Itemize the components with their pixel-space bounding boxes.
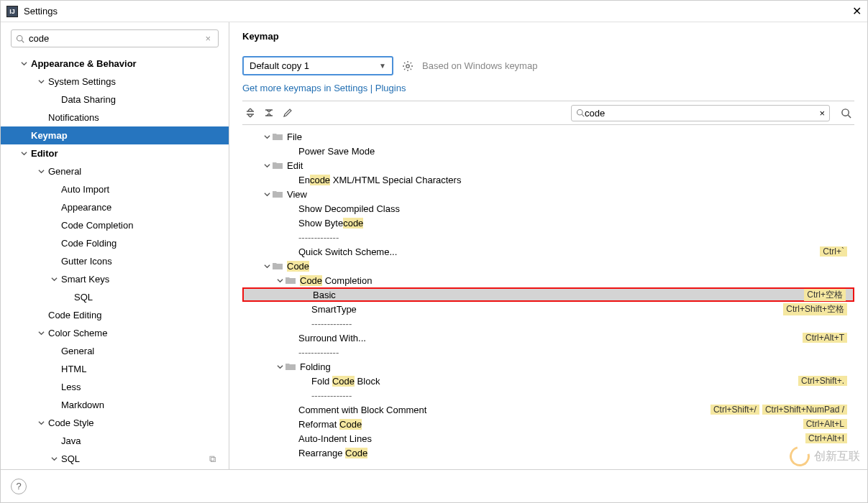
folder-icon	[273, 162, 283, 170]
folder-label: Edit	[287, 160, 847, 171]
expand-all-icon[interactable]	[242, 105, 258, 121]
sidebar-item-general[interactable]: General	[1, 342, 229, 360]
sidebar-search-input[interactable]	[29, 33, 202, 44]
action-item[interactable]: Fold Code BlockCtrl+Shift+.	[242, 374, 854, 388]
actions-search-input[interactable]	[585, 108, 819, 119]
modified-icon: ⧉	[209, 453, 216, 465]
action-item[interactable]: Rearrange Code	[242, 446, 854, 460]
chevron-icon	[38, 330, 48, 336]
window-title: Settings	[24, 6, 852, 17]
action-item[interactable]: BasicCtrl+空格	[242, 287, 854, 302]
action-folder-edit[interactable]: Edit	[242, 158, 854, 172]
action-item[interactable]: Reformat CodeCtrl+Alt+L	[242, 417, 854, 431]
actions-tree[interactable]: FilePower Save ModeEditEncode XML/HTML S…	[242, 125, 854, 469]
sidebar-item-notifications[interactable]: Notifications	[1, 109, 229, 126]
sidebar-item-code-editing[interactable]: Code Editing	[1, 306, 229, 324]
profile-value: Default copy 1	[250, 60, 309, 71]
sidebar-item-html[interactable]: HTML	[1, 360, 229, 378]
chevron-icon	[38, 78, 48, 85]
sidebar-item-smart-keys[interactable]: Smart Keys	[1, 270, 229, 288]
clear-icon[interactable]: ×	[202, 33, 214, 44]
sidebar-item-label: General	[48, 166, 81, 177]
sidebar-item-label: Smart Keys	[61, 274, 109, 285]
sidebar: × Appearance & BehaviorSystem SettingsDa…	[1, 22, 229, 469]
svg-line-1	[22, 40, 24, 42]
shortcut-badge: Ctrl+Alt+T	[803, 333, 847, 343]
action-label: Power Save Mode	[298, 146, 847, 157]
sidebar-item-keymap[interactable]: Keymap	[1, 126, 229, 144]
svg-point-2	[406, 64, 409, 67]
sidebar-item-label: SQL	[61, 453, 80, 464]
sidebar-item-code-style[interactable]: Code Style	[1, 414, 229, 432]
action-label: Auto-Indent Lines	[298, 433, 803, 444]
sidebar-item-appearance[interactable]: Appearance	[1, 198, 229, 216]
sidebar-item-appearance-behavior[interactable]: Appearance & Behavior	[1, 55, 229, 73]
chevron-down-icon	[277, 364, 285, 370]
sidebar-item-sql[interactable]: SQL	[1, 288, 229, 306]
sidebar-item-label: Keymap	[31, 130, 68, 141]
action-item[interactable]: Surround With...Ctrl+Alt+T	[242, 331, 854, 345]
link-settings[interactable]: Get more keymaps in Settings	[242, 83, 367, 93]
action-label: Fold Code Block	[311, 376, 795, 387]
sidebar-item-data-sharing[interactable]: Data Sharing	[1, 91, 229, 109]
chevron-down-icon	[264, 134, 273, 140]
sidebar-item-markdown[interactable]: Markdown	[1, 396, 229, 414]
actions-separator: -------------	[242, 388, 854, 402]
search-icon	[576, 109, 585, 117]
settings-tree[interactable]: Appearance & BehaviorSystem SettingsData…	[1, 55, 229, 469]
sidebar-item-label: System Settings	[48, 76, 116, 87]
sidebar-item-color-scheme[interactable]: Color Scheme	[1, 324, 229, 342]
action-folder-view[interactable]: View	[242, 187, 854, 201]
sidebar-item-general[interactable]: General	[1, 162, 229, 180]
sidebar-item-auto-import[interactable]: Auto Import	[1, 180, 229, 198]
action-label: Surround With...	[298, 333, 800, 343]
folder-label: View	[287, 189, 847, 200]
chevron-down-icon	[277, 277, 285, 284]
folder-icon	[273, 133, 283, 141]
action-item[interactable]: Show Decompiled Class	[242, 201, 854, 216]
sidebar-item-code-folding[interactable]: Code Folding	[1, 234, 229, 252]
action-folder-folding[interactable]: Folding	[242, 359, 854, 374]
keymap-profile-select[interactable]: Default copy 1 ▼	[242, 56, 393, 75]
action-folder-code[interactable]: Code Completion	[242, 273, 854, 287]
close-icon[interactable]: ✕	[852, 4, 862, 18]
find-shortcut-icon[interactable]	[837, 104, 854, 121]
actions-separator: -------------	[242, 316, 854, 331]
shortcut-badge: Ctrl+Alt+I	[805, 433, 847, 443]
sidebar-item-less[interactable]: Less	[1, 378, 229, 396]
sidebar-item-code-completion[interactable]: Code Completion	[1, 216, 229, 234]
sidebar-item-editor[interactable]: Editor	[1, 144, 229, 162]
svg-point-3	[577, 110, 583, 116]
sidebar-item-label: Less	[61, 382, 81, 392]
action-folder-code[interactable]: Code	[242, 259, 854, 273]
footer: ?	[1, 469, 867, 502]
action-item[interactable]: Show Bytecode	[242, 216, 854, 230]
action-folder-file[interactable]: File	[242, 129, 854, 144]
chevron-down-icon	[264, 191, 273, 198]
action-item[interactable]: Power Save Mode	[242, 144, 854, 158]
action-item[interactable]: Comment with Block CommentCtrl+Shift+/Ct…	[242, 402, 854, 417]
sidebar-item-label: Markdown	[61, 400, 104, 410]
clear-icon[interactable]: ×	[819, 108, 825, 119]
sidebar-search[interactable]: ×	[11, 29, 219, 47]
action-item[interactable]: Quick Switch Scheme...Ctrl+`	[242, 244, 854, 259]
collapse-all-icon[interactable]	[261, 105, 277, 121]
action-item[interactable]: Auto-Indent LinesCtrl+Alt+I	[242, 431, 854, 446]
action-label: Show Decompiled Class	[298, 203, 847, 214]
action-item[interactable]: SmartTypeCtrl+Shift+空格	[242, 302, 854, 316]
folder-label: File	[287, 131, 847, 142]
link-plugins[interactable]: Plugins	[375, 83, 406, 93]
help-button[interactable]: ?	[11, 479, 27, 494]
sidebar-item-system-settings[interactable]: System Settings	[1, 73, 229, 91]
gear-icon[interactable]	[402, 60, 414, 72]
sidebar-item-gutter-icons[interactable]: Gutter Icons	[1, 252, 229, 270]
action-label: Show Bytecode	[298, 218, 847, 229]
edit-icon[interactable]	[280, 105, 296, 121]
action-item[interactable]: Encode XML/HTML Special Characters	[242, 172, 854, 187]
sidebar-item-java[interactable]: Java	[1, 432, 229, 450]
actions-search[interactable]: ×	[571, 105, 830, 121]
chevron-icon	[51, 276, 61, 282]
sidebar-item-label: Auto Import	[61, 184, 109, 195]
page-title: Keymap	[242, 31, 854, 42]
sidebar-item-sql[interactable]: SQL⧉	[1, 450, 229, 468]
